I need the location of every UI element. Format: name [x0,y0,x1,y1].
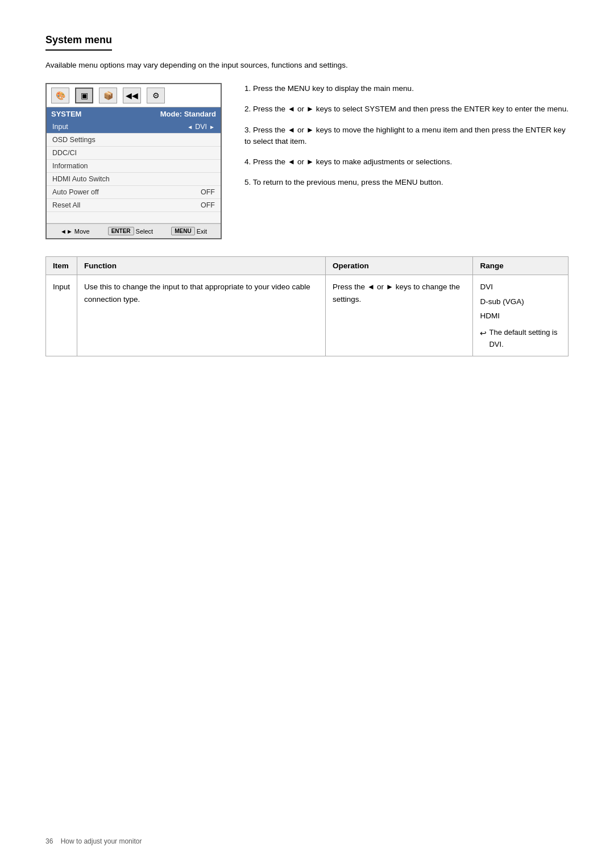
range-vga: D-sub (VGA) [480,296,561,308]
steps-list: Press the MENU key to display the main m… [244,83,569,239]
note-icon: ↩ [480,327,487,339]
osd-auto-power-value: OFF [201,188,215,196]
page-footer: 36 How to adjust your monitor [45,837,142,845]
osd-input-value: ◄ DVI ► [187,123,215,131]
osd-row-reset-all[interactable]: Reset All OFF [47,199,221,212]
osd-footer: ◄► Move ENTER Select MENU Exit [47,223,221,238]
osd-icons-row: 🎨 ▣ 📦 ◀◀ ⚙ [47,84,221,107]
osd-system-label: SYSTEM [51,110,81,118]
osd-row-information[interactable]: Information [47,160,221,173]
default-note: ↩ The default setting is DVI. [480,327,561,351]
footer-menu: MENU Exit [171,227,207,235]
menu-key-badge: MENU [171,227,194,235]
osd-reset-value: OFF [201,201,215,209]
osd-icon-settings[interactable]: ⚙ [147,88,165,103]
footer-exit-label: Exit [197,228,207,235]
row-item: Input [46,275,77,356]
footer-select-label: Select [136,228,154,235]
default-note-text: The default setting is DVI. [489,327,561,351]
intro-text: Available menu options may vary dependin… [45,61,569,69]
footer-move: ◄► Move [60,228,90,235]
col-item: Item [46,257,77,275]
osd-panel: 🎨 ▣ 📦 ◀◀ ⚙ SYSTEM Mode: Standard Input ◄… [45,83,222,239]
page-title: System menu [45,34,112,51]
col-function: Function [77,257,326,275]
range-dvi: DVI [480,281,561,293]
osd-row-auto-power-off[interactable]: Auto Power off OFF [47,186,221,199]
osd-settings-label: OSD Settings [52,136,96,144]
osd-icon-system[interactable]: ▣ [75,88,93,103]
col-range: Range [473,257,569,275]
osd-row-input[interactable]: Input ◄ DVI ► [47,121,221,134]
osd-icon-picture[interactable]: 🎨 [51,88,69,103]
enter-key-badge: ENTER [108,227,134,235]
osd-ddc-label: DDC/CI [52,149,77,157]
osd-row-hdmi-auto-switch[interactable]: HDMI Auto Switch [47,173,221,186]
step-1: Press the MENU key to display the main m… [244,83,569,94]
row-range: DVI D-sub (VGA) HDMI ↩ The default setti… [473,275,569,356]
page-number: 36 [45,837,53,845]
row-function: Use this to change the input to that app… [77,275,326,356]
content-area: 🎨 ▣ 📦 ◀◀ ⚙ SYSTEM Mode: Standard Input ◄… [45,83,569,239]
row-operation: Press the ◄ or ► keys to change the sett… [326,275,473,356]
osd-icon-display[interactable]: 📦 [99,88,117,103]
osd-hdmi-label: HDMI Auto Switch [52,175,110,183]
footer-enter: ENTER Select [108,227,153,235]
step-2: Press the ◄ or ► keys to select SYSTEM a… [244,103,569,115]
move-arrows-icon: ◄► [60,228,73,235]
arrow-left-icon: ◄ [187,124,193,130]
footer-text: How to adjust your monitor [61,837,142,845]
osd-row-osd-settings[interactable]: OSD Settings [47,134,221,147]
step-5: To return to the previous menu, press th… [244,177,569,188]
osd-icon-audio[interactable]: ◀◀ [123,88,141,103]
footer-move-label: Move [74,228,90,235]
step-4: Press the ◄ or ► keys to make adjustment… [244,156,569,168]
function-table: Item Function Operation Range Input Use … [45,256,569,356]
osd-input-label: Input [52,123,68,131]
osd-reset-label: Reset All [52,201,80,209]
osd-row-ddc[interactable]: DDC/CI [47,147,221,160]
osd-auto-power-label: Auto Power off [52,188,99,196]
osd-mode-label: Mode: Standard [160,110,216,118]
osd-input-text: DVI [195,123,207,131]
osd-header: SYSTEM Mode: Standard [47,107,221,121]
table-row: Input Use this to change the input to th… [46,275,569,356]
arrow-right-icon: ► [209,124,215,130]
col-operation: Operation [326,257,473,275]
step-3: Press the ◄ or ► keys to move the highli… [244,124,569,148]
range-hdmi: HDMI [480,310,561,322]
osd-information-label: Information [52,162,88,170]
